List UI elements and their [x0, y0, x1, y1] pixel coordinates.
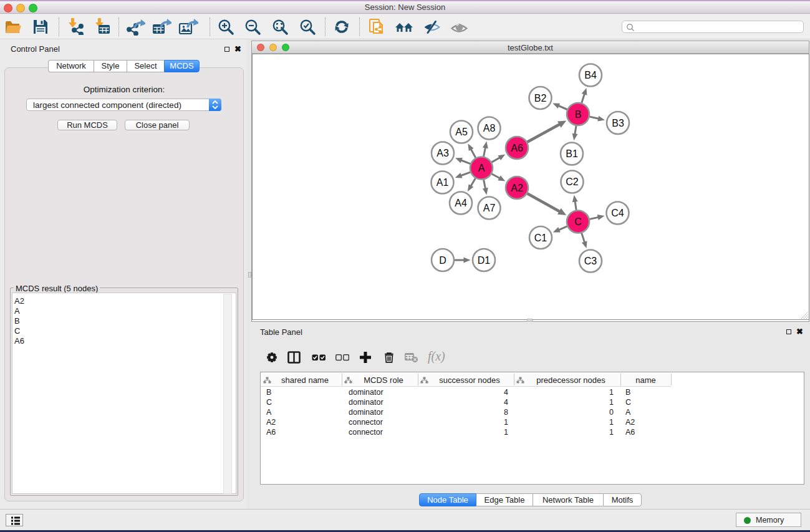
svg-text:B1: B1 [566, 148, 578, 159]
svg-text:A6: A6 [511, 143, 523, 153]
svg-text:A7: A7 [483, 203, 496, 213]
svg-text:C2: C2 [566, 177, 579, 187]
svg-text:C3: C3 [584, 256, 597, 266]
svg-text:D: D [439, 255, 446, 266]
svg-text:A: A [478, 163, 485, 173]
svg-text:B4: B4 [584, 70, 597, 80]
svg-text:C: C [574, 216, 582, 227]
svg-text:A4: A4 [455, 198, 467, 208]
svg-text:B2: B2 [534, 93, 547, 104]
svg-text:B3: B3 [612, 118, 624, 128]
svg-text:C1: C1 [534, 233, 547, 243]
svg-text:B: B [575, 109, 582, 120]
svg-text:A1: A1 [436, 177, 449, 188]
svg-text:A5: A5 [455, 127, 468, 137]
svg-text:D1: D1 [478, 255, 491, 266]
svg-text:A3: A3 [436, 148, 449, 158]
svg-text:A8: A8 [483, 123, 496, 133]
svg-text:A2: A2 [511, 183, 523, 193]
svg-text:C4: C4 [611, 208, 624, 218]
